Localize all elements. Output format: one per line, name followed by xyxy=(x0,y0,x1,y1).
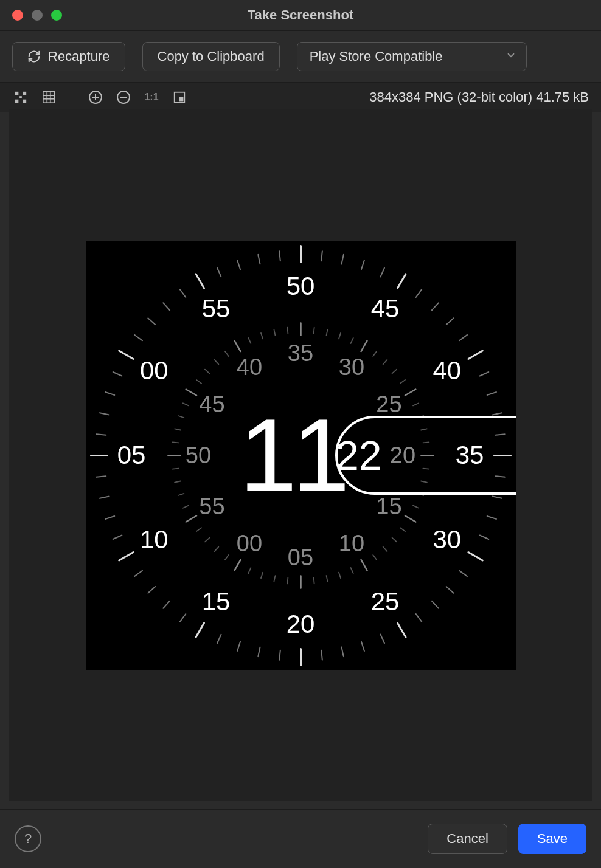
svg-line-51 xyxy=(217,634,221,643)
svg-line-79 xyxy=(326,329,327,336)
image-metadata: 384x384 PNG (32-bit color) 41.75 kB xyxy=(369,89,589,105)
svg-line-126 xyxy=(182,403,188,405)
svg-line-80 xyxy=(338,332,340,339)
svg-line-48 xyxy=(279,650,280,660)
fit-icon[interactable] xyxy=(12,89,29,106)
inner-ring-number: 45 xyxy=(199,391,224,418)
svg-line-42 xyxy=(397,622,406,636)
outer-ring-number: 30 xyxy=(433,525,461,554)
preview-iconbar: 1:1 384x384 PNG (32-bit color) 41.75 kB xyxy=(0,82,601,112)
svg-line-59 xyxy=(105,516,114,519)
svg-line-134 xyxy=(260,332,262,339)
svg-line-52 xyxy=(196,622,204,636)
svg-line-38 xyxy=(459,570,467,576)
svg-line-55 xyxy=(148,586,155,593)
svg-line-70 xyxy=(163,303,170,310)
svg-line-87 xyxy=(405,389,415,395)
svg-line-101 xyxy=(373,554,377,559)
svg-rect-3 xyxy=(23,100,26,103)
svg-line-54 xyxy=(163,601,170,608)
svg-line-83 xyxy=(373,351,377,356)
svg-line-135 xyxy=(274,329,275,336)
close-window-button[interactable] xyxy=(12,10,23,21)
svg-line-113 xyxy=(224,554,228,559)
recapture-button[interactable]: Recapture xyxy=(12,42,125,71)
svg-line-131 xyxy=(224,351,228,356)
svg-line-118 xyxy=(182,505,188,508)
outer-ring-number: 45 xyxy=(371,294,400,323)
svg-line-86 xyxy=(400,379,405,383)
svg-line-68 xyxy=(134,334,142,340)
outer-ring-number: 35 xyxy=(456,441,484,470)
svg-line-114 xyxy=(214,546,218,551)
zoom-out-icon[interactable] xyxy=(115,89,132,106)
svg-line-27 xyxy=(468,351,482,359)
svg-line-103 xyxy=(350,568,353,573)
svg-rect-2 xyxy=(15,100,19,103)
svg-line-67 xyxy=(119,351,133,359)
outer-ring-number: 40 xyxy=(433,356,461,385)
svg-line-21 xyxy=(380,267,384,277)
svg-rect-0 xyxy=(15,92,19,95)
svg-line-105 xyxy=(326,576,327,582)
svg-line-96 xyxy=(413,505,419,508)
outer-ring-number: 55 xyxy=(202,294,231,323)
svg-line-40 xyxy=(431,601,438,608)
svg-line-132 xyxy=(234,340,240,351)
svg-line-91 xyxy=(423,442,429,443)
svg-line-53 xyxy=(179,614,185,622)
svg-line-65 xyxy=(105,392,114,395)
inner-ring-number: 35 xyxy=(288,340,313,367)
svg-line-128 xyxy=(196,379,201,383)
toolbar: Recapture Copy to Clipboard Play Store C… xyxy=(0,31,601,82)
svg-line-120 xyxy=(175,481,181,482)
svg-line-81 xyxy=(350,337,353,343)
svg-line-26 xyxy=(459,334,467,340)
svg-line-111 xyxy=(248,568,251,573)
svg-line-136 xyxy=(287,327,288,333)
cancel-button[interactable]: Cancel xyxy=(428,824,507,854)
inner-ring-number: 30 xyxy=(339,354,364,380)
svg-line-117 xyxy=(186,515,196,522)
help-button[interactable]: ? xyxy=(15,825,41,852)
svg-line-23 xyxy=(415,289,421,297)
outer-ring-number: 00 xyxy=(140,356,168,385)
svg-line-121 xyxy=(172,468,178,469)
outer-ring-number: 05 xyxy=(117,441,146,470)
svg-line-90 xyxy=(421,429,427,430)
copy-to-clipboard-button[interactable]: Copy to Clipboard xyxy=(142,42,280,71)
svg-line-97 xyxy=(405,515,415,522)
svg-line-74 xyxy=(237,260,240,269)
grid-icon[interactable] xyxy=(40,89,57,106)
recapture-label: Recapture xyxy=(48,49,110,64)
inner-ring-number: 25 xyxy=(376,391,401,418)
svg-line-57 xyxy=(119,552,133,560)
bounds-icon[interactable] xyxy=(171,89,188,106)
svg-line-82 xyxy=(361,340,367,351)
clock-hour: 11 xyxy=(240,396,345,515)
refresh-icon xyxy=(27,50,41,63)
svg-line-39 xyxy=(446,586,453,593)
svg-line-76 xyxy=(279,251,280,261)
zoom-in-icon[interactable] xyxy=(87,89,104,106)
svg-line-30 xyxy=(492,413,502,415)
framing-dropdown[interactable]: Play Store Compatible xyxy=(297,42,527,71)
svg-line-20 xyxy=(361,260,364,269)
svg-line-35 xyxy=(487,516,496,519)
svg-line-78 xyxy=(313,327,314,333)
actual-size-button[interactable]: 1:1 xyxy=(143,89,160,106)
zoom-window-button[interactable] xyxy=(51,10,62,21)
save-button[interactable]: Save xyxy=(518,824,586,854)
minimize-window-button[interactable] xyxy=(32,10,43,21)
svg-line-56 xyxy=(134,570,142,576)
svg-line-100 xyxy=(383,546,387,551)
outer-ring-number: 15 xyxy=(202,587,231,616)
svg-rect-16 xyxy=(180,98,183,101)
svg-line-34 xyxy=(492,496,502,498)
svg-line-43 xyxy=(380,634,384,643)
svg-line-41 xyxy=(415,614,421,622)
inner-ring-number: 05 xyxy=(288,545,313,571)
dropdown-value: Play Store Compatible xyxy=(310,49,443,64)
svg-line-119 xyxy=(178,493,184,495)
svg-line-46 xyxy=(321,650,322,660)
